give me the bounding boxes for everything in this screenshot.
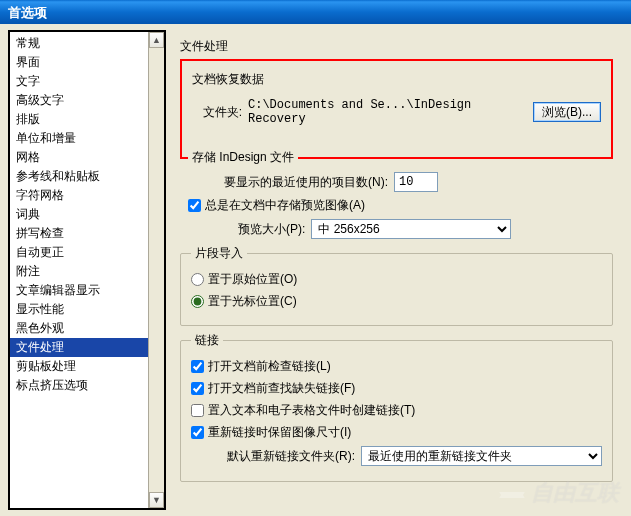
content-panel: 文件处理 文档恢复数据 文件夹: C:\Documents and Se...\… xyxy=(166,30,623,510)
recovery-path: C:\Documents and Se...\InDesign Recovery xyxy=(248,98,533,126)
sidebar-item[interactable]: 文字 xyxy=(10,72,148,91)
sidebar-item[interactable]: 字符网格 xyxy=(10,186,148,205)
sidebar-item[interactable]: 文件处理 xyxy=(10,338,148,357)
sidebar-item[interactable]: 排版 xyxy=(10,110,148,129)
sidebar-item[interactable]: 参考线和粘贴板 xyxy=(10,167,148,186)
snippet-cursor-label: 置于光标位置(C) xyxy=(208,293,297,310)
sidebar-item[interactable]: 标点挤压选项 xyxy=(10,376,148,395)
snippet-original-label: 置于原始位置(O) xyxy=(208,271,297,288)
relink-folder-label: 默认重新链接文件夹(R): xyxy=(227,448,361,465)
preview-size-select[interactable]: 中 256x256 xyxy=(311,219,511,239)
always-preview-label: 总是在文档中存储预览图像(A) xyxy=(205,197,365,214)
create-links-label: 置入文本和电子表格文件时创建链接(T) xyxy=(208,402,415,419)
sidebar-item[interactable]: 黑色外观 xyxy=(10,319,148,338)
find-missing-label: 打开文档前查找缺失链接(F) xyxy=(208,380,355,397)
recent-count-input[interactable] xyxy=(394,172,438,192)
links-legend: 链接 xyxy=(191,332,223,349)
snippet-fieldset: 片段导入 置于原始位置(O) 置于光标位置(C) xyxy=(180,253,613,326)
browse-button[interactable]: 浏览(B)... xyxy=(533,102,601,122)
snippet-cursor-radio[interactable] xyxy=(191,295,204,308)
sidebar-item[interactable]: 高级文字 xyxy=(10,91,148,110)
window-titlebar: 首选项 xyxy=(0,0,631,24)
preview-size-label: 预览大小(P): xyxy=(238,221,311,238)
sidebar-item[interactable]: 界面 xyxy=(10,53,148,72)
sidebar-item[interactable]: 文章编辑器显示 xyxy=(10,281,148,300)
watermark-icon xyxy=(497,482,527,506)
sidebar-item[interactable]: 常规 xyxy=(10,34,148,53)
sidebar-item[interactable]: 网格 xyxy=(10,148,148,167)
sidebar-item[interactable]: 附注 xyxy=(10,262,148,281)
watermark: 自由互联 xyxy=(497,478,619,508)
sidebar-scrollbar[interactable]: ▲ ▼ xyxy=(148,32,164,508)
sidebar-item[interactable]: 拼写检查 xyxy=(10,224,148,243)
preserve-size-label: 重新链接时保留图像尺寸(I) xyxy=(208,424,351,441)
links-fieldset: 链接 打开文档前检查链接(L) 打开文档前查找缺失链接(F) 置入文本和电子表格… xyxy=(180,340,613,482)
recent-count-label: 要显示的最近使用的项目数(N): xyxy=(224,174,394,191)
relink-folder-select[interactable]: 最近使用的重新链接文件夹 xyxy=(361,446,602,466)
check-links-checkbox[interactable] xyxy=(191,360,204,373)
check-links-label: 打开文档前检查链接(L) xyxy=(208,358,331,375)
scroll-up-icon[interactable]: ▲ xyxy=(149,32,164,48)
folder-label: 文件夹: xyxy=(192,104,248,121)
sidebar-item[interactable]: 剪贴板处理 xyxy=(10,357,148,376)
snippet-legend: 片段导入 xyxy=(191,245,247,262)
preserve-size-checkbox[interactable] xyxy=(191,426,204,439)
always-preview-checkbox[interactable] xyxy=(188,199,201,212)
sidebar: 常规界面文字高级文字排版单位和增量网格参考线和粘贴板字符网格词典拼写检查自动更正… xyxy=(8,30,166,510)
recovery-legend: 文档恢复数据 xyxy=(192,72,264,86)
sidebar-item[interactable]: 显示性能 xyxy=(10,300,148,319)
find-missing-checkbox[interactable] xyxy=(191,382,204,395)
recovery-box: 文档恢复数据 文件夹: C:\Documents and Se...\InDes… xyxy=(180,59,613,159)
store-legend: 存储 InDesign 文件 xyxy=(188,149,298,166)
page-title: 文件处理 xyxy=(180,38,613,55)
sidebar-item[interactable]: 词典 xyxy=(10,205,148,224)
create-links-checkbox[interactable] xyxy=(191,404,204,417)
window-title: 首选项 xyxy=(8,5,47,20)
scroll-down-icon[interactable]: ▼ xyxy=(149,492,164,508)
snippet-original-radio[interactable] xyxy=(191,273,204,286)
sidebar-item[interactable]: 单位和增量 xyxy=(10,129,148,148)
sidebar-item[interactable]: 自动更正 xyxy=(10,243,148,262)
